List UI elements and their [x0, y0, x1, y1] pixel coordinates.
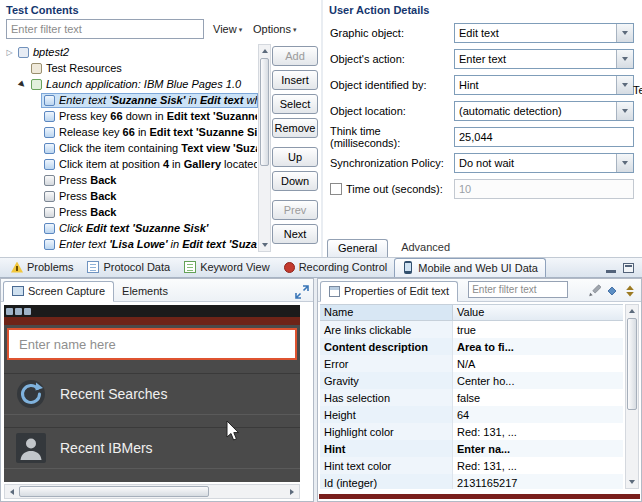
tree-item-label: Release key 66 in Edit text 'Suzanne Sis…	[59, 126, 258, 138]
options-menu[interactable]: Options▾	[253, 23, 296, 35]
diamond-icon[interactable]	[604, 283, 619, 298]
scroll-down-button[interactable]	[259, 239, 270, 251]
property-value: Center ho...	[453, 372, 623, 389]
add-button[interactable]: Add	[272, 46, 318, 66]
property-row[interactable]: Highlight colorRed: 131, ...	[320, 423, 623, 440]
property-name: Hint text color	[320, 457, 453, 474]
capture-item-label: Recent Searches	[60, 386, 167, 402]
highlighted-name-field[interactable]: Enter name here	[7, 328, 297, 360]
tab-mobile-and-web-ui-data[interactable]: Mobile and Web UI Data	[394, 258, 546, 277]
tree-item-label: Launch application: IBM Blue Pages 1.0	[46, 78, 244, 90]
form-row: Graphic object:Edit text	[330, 20, 636, 46]
tab-advanced[interactable]: Advanced	[391, 239, 460, 257]
scroll-up-button[interactable]	[259, 45, 270, 57]
chevron-down-icon: ▾	[293, 26, 297, 33]
protocol-data-icon	[87, 261, 99, 273]
property-row[interactable]: Has selectionfalse	[320, 389, 623, 406]
scroll-thumb[interactable]	[19, 486, 209, 497]
screen-capture-panel: Screen Capture Elements Enter name here …	[0, 278, 314, 502]
sort-updown-icon[interactable]	[622, 283, 637, 298]
select-value: Edit text	[455, 27, 616, 39]
tree-item[interactable]: Click the item containing Text view 'Suz…	[2, 140, 258, 156]
keyword-view-icon	[184, 261, 196, 273]
tree-item-label: Enter text 'Lisa Lowe' in Edit text 'Suz…	[59, 238, 258, 250]
capture-list-item[interactable]: Recent IBMers	[4, 427, 300, 469]
tree-item[interactable]: Press Back	[2, 172, 258, 188]
properties-vertical-scrollbar[interactable]	[625, 304, 639, 489]
tree-item[interactable]: Press Back	[2, 188, 258, 204]
tree-item[interactable]: Press key 66 down in Edit text 'Suzanne …	[2, 108, 258, 124]
column-header-name[interactable]: Name	[320, 305, 453, 320]
tree-vertical-scrollbar[interactable]	[258, 44, 271, 252]
tree-item[interactable]: Click item at position 4 in Gallery loca…	[2, 156, 258, 172]
down-button[interactable]: Down	[272, 171, 318, 191]
insert-button[interactable]: Insert	[272, 70, 318, 90]
property-row[interactable]: Content descriptionArea to fi...	[320, 338, 623, 355]
properties-filter-input[interactable]	[468, 281, 568, 298]
screen-capture-icon	[12, 286, 24, 296]
select-value: Enter text	[455, 53, 616, 65]
property-row[interactable]: Id (integer)2131165217	[320, 474, 623, 489]
property-value: N/A	[453, 355, 623, 372]
column-header-value[interactable]: Value	[453, 305, 623, 320]
object-s-action-select[interactable]: Enter text	[454, 49, 634, 69]
test-suite-icon	[18, 47, 29, 58]
capture-list-item[interactable]: Recent Searches	[4, 373, 300, 415]
scroll-thumb[interactable]	[260, 58, 269, 166]
tree-item[interactable]: Enter text 'Lisa Lowe' in Edit text 'Suz…	[2, 236, 258, 252]
property-row[interactable]: ErrorN/A	[320, 355, 623, 372]
scroll-down-button[interactable]	[626, 476, 637, 488]
expander-icon[interactable]: ▷	[4, 47, 15, 58]
graphic-object-select[interactable]: Edit text	[454, 23, 634, 43]
capture-horizontal-scrollbar[interactable]	[4, 484, 300, 499]
prev-button[interactable]: Prev	[272, 200, 318, 220]
tab-general[interactable]: General	[327, 239, 388, 257]
property-row[interactable]: GravityCenter ho...	[320, 372, 623, 389]
tab-properties[interactable]: Properties of Edit text	[320, 281, 458, 302]
synchronization-policy-select[interactable]: Do not wait	[454, 153, 634, 173]
tree-item[interactable]: Press Back	[2, 204, 258, 220]
scroll-right-button[interactable]	[285, 485, 299, 498]
tab-elements[interactable]: Elements	[114, 282, 176, 301]
tab-recording-control[interactable]: Recording Control	[277, 258, 395, 277]
maximize-icon[interactable]	[623, 263, 634, 273]
step-icon	[44, 223, 55, 234]
object-location-select[interactable]: (automatic detection)	[454, 101, 634, 121]
property-row[interactable]: Hint text colorRed: 131, ...	[320, 457, 623, 474]
scroll-up-button[interactable]	[626, 305, 637, 317]
maximize-view-icon[interactable]	[294, 284, 309, 299]
tab-keyword-view[interactable]: Keyword View	[177, 258, 277, 277]
property-row[interactable]: Are links clickabletrue	[320, 321, 623, 338]
tree-item[interactable]: Click Edit text 'Suzanne Sisk'	[2, 220, 258, 236]
tree-item-label: Test Resources	[46, 62, 125, 74]
property-name: Gravity	[320, 372, 453, 389]
chevron-down-icon	[616, 24, 633, 42]
form-row: Synchronization Policy:Do not wait	[330, 150, 636, 176]
tab-protocol-data[interactable]: Protocol Data	[80, 258, 177, 277]
scroll-thumb[interactable]	[627, 318, 637, 410]
pencil-icon[interactable]	[586, 283, 601, 298]
remove-button[interactable]: Remove	[272, 118, 318, 138]
property-row[interactable]: HintEnter na...	[320, 440, 623, 457]
next-button[interactable]: Next	[272, 224, 318, 244]
device-screen-capture[interactable]: Enter name here Recent SearchesRecent IB…	[4, 305, 300, 482]
view-menu[interactable]: View▾	[213, 23, 242, 35]
minimize-icon[interactable]	[606, 270, 616, 273]
tree-item[interactable]: ▷bptest2	[2, 44, 258, 60]
tree-item[interactable]: Release key 66 in Edit text 'Suzanne Sis…	[2, 124, 258, 140]
scroll-left-button[interactable]	[5, 485, 19, 498]
tree-item[interactable]: Test Resources	[2, 60, 258, 76]
property-name: Are links clickable	[320, 321, 453, 338]
test-contents-filter-input[interactable]	[6, 19, 204, 39]
tab-screen-capture[interactable]: Screen Capture	[3, 281, 114, 302]
tree-item[interactable]: ▶Launch application: IBM Blue Pages 1.0	[2, 76, 258, 92]
tab-problems[interactable]: Problems	[4, 258, 80, 277]
think-time-milliseconds-input[interactable]	[454, 127, 634, 147]
tree-item[interactable]: Enter text 'Suzanne Sisk' in Edit text w…	[2, 92, 258, 108]
time-out-seconds-input[interactable]	[454, 179, 634, 199]
timeout-checkbox[interactable]	[330, 183, 342, 195]
property-row[interactable]: Height64	[320, 406, 623, 423]
object-identified-by-select[interactable]: Hint	[454, 75, 634, 95]
up-button[interactable]: Up	[272, 147, 318, 167]
select-button[interactable]: Select	[272, 94, 318, 114]
